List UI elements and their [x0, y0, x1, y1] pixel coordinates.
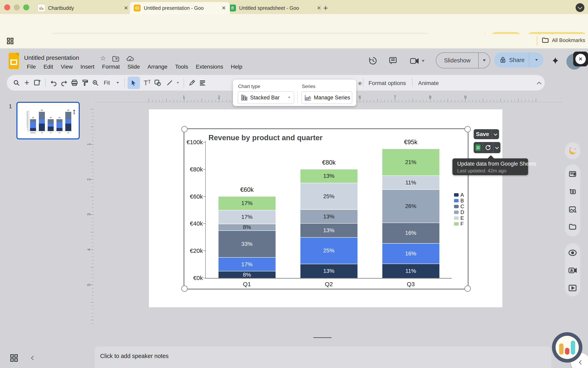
bar-segment-C-Q1: 33%: [219, 231, 276, 258]
manage-series-button[interactable]: Manage Series: [301, 91, 352, 104]
image-search-icon[interactable]: [567, 204, 578, 215]
slideshow-dropdown[interactable]: [479, 59, 490, 62]
undo-icon[interactable]: [48, 79, 59, 86]
bar-segment-B-Q2: 25%: [300, 238, 357, 264]
menu-extensions[interactable]: Extensions: [195, 63, 224, 70]
share-dropdown[interactable]: [529, 59, 544, 61]
zoom-icon[interactable]: [90, 79, 101, 86]
window-close-button[interactable]: [4, 4, 10, 10]
speaker-notes-placeholder: Click to add speaker notes: [100, 353, 169, 359]
tab-spreadsheet[interactable]: Untitled spreadsheet - Goog ✕: [225, 2, 325, 14]
fit-dropdown-icon[interactable]: [116, 82, 119, 83]
version-history-icon[interactable]: [368, 56, 377, 65]
new-slide-button[interactable]: +: [22, 78, 32, 88]
paint-format-icon[interactable]: [80, 79, 90, 86]
save-button[interactable]: Save: [474, 129, 499, 139]
tab-chartbuddy[interactable]: Chartbuddy ✕: [34, 2, 132, 14]
y-axis-label: €100k: [183, 139, 203, 146]
select-tool-active[interactable]: [128, 77, 140, 89]
menu-help[interactable]: Help: [230, 63, 244, 70]
resize-handle-tr[interactable]: [464, 126, 471, 132]
pen-icon[interactable]: [187, 79, 197, 86]
chart-object[interactable]: Revenue by product and quarter€0k€20k€40…: [183, 128, 469, 290]
resize-handle-br[interactable]: [464, 285, 471, 292]
bar-segment-E-Q1: 17%: [219, 210, 276, 224]
line-tool-icon[interactable]: [164, 79, 175, 86]
banana-extension-icon[interactable]: [567, 146, 578, 156]
meet-button[interactable]: [410, 57, 425, 65]
present-icon[interactable]: [567, 283, 578, 293]
resize-handle-bl[interactable]: [181, 285, 188, 292]
chart-type-label: Chart type: [238, 83, 260, 89]
chart-type-select[interactable]: Stacked Bar: [238, 91, 294, 104]
animate-button[interactable]: Animate: [418, 80, 439, 86]
apps-grid-icon[interactable]: [6, 37, 14, 45]
comments-icon[interactable]: [388, 56, 397, 65]
tab-close-icon[interactable]: ✕: [222, 5, 226, 11]
window-zoom-button[interactable]: [23, 4, 29, 10]
chartbuddy-logo[interactable]: [552, 332, 582, 363]
slide-thumbnail[interactable]: 0510152025303540455055606540Options65154…: [16, 102, 80, 139]
notes-resize-handle[interactable]: [313, 337, 332, 338]
record-icon[interactable]: [567, 248, 578, 258]
sheets-dropdown[interactable]: [493, 147, 501, 149]
menu-insert[interactable]: Insert: [79, 63, 96, 70]
window-minimize-button[interactable]: [14, 4, 20, 10]
legend-swatch: [454, 222, 459, 226]
menu-view[interactable]: View: [59, 63, 74, 70]
x-axis-line: [205, 278, 452, 279]
video-camera-icon[interactable]: [567, 265, 578, 276]
gemini-sparkle-icon[interactable]: [551, 56, 559, 65]
thumbnail-chart: 0510152025303540455055606540Options65154…: [18, 103, 79, 138]
tab-presentation[interactable]: Untitled presentation - Goog ✕: [130, 2, 230, 14]
refresh-data-button[interactable]: [483, 144, 493, 151]
avatar-badge[interactable]: ✕: [573, 52, 588, 66]
screenshot-tool-icon[interactable]: [567, 186, 578, 197]
menu-edit[interactable]: Edit: [42, 63, 54, 70]
thumb-y-label: 55: [24, 114, 28, 115]
thumb-bar-segment: [65, 119, 71, 124]
tab-close-icon[interactable]: ✕: [317, 5, 321, 11]
share-button[interactable]: Share: [494, 52, 544, 68]
slideshow-button[interactable]: Slideshow: [436, 52, 490, 68]
save-label: Save: [474, 131, 492, 138]
y-axis-tick: [203, 278, 205, 278]
sheets-icon[interactable]: [474, 144, 483, 151]
text-box-icon[interactable]: TT: [142, 79, 152, 87]
collapse-filmstrip-icon[interactable]: [31, 356, 36, 360]
shape-icon[interactable]: [152, 79, 163, 86]
reading-list-icon[interactable]: [567, 169, 578, 179]
add-slide-sparkle-icon[interactable]: [32, 79, 42, 87]
move-folder-icon[interactable]: [112, 55, 119, 62]
tab-close-icon[interactable]: ✕: [124, 5, 128, 11]
line-dropdown-icon[interactable]: [177, 82, 179, 83]
alignment-icon[interactable]: [197, 79, 208, 86]
menu-tools[interactable]: Tools: [174, 63, 189, 70]
resize-handle-tl[interactable]: [181, 126, 188, 132]
all-bookmarks-button[interactable]: All Bookmarks: [541, 37, 585, 44]
search-menus-icon[interactable]: [11, 79, 22, 86]
save-dropdown[interactable]: [492, 133, 499, 135]
thumb-y-label: 35: [24, 120, 28, 121]
grid-view-icon[interactable]: [10, 354, 19, 362]
document-title[interactable]: Untitled presentation: [24, 55, 79, 61]
format-options-button[interactable]: Format options: [368, 80, 406, 86]
legend-swatch: [454, 216, 459, 220]
new-tab-button[interactable]: +: [323, 4, 328, 13]
folder-panel-icon[interactable]: [567, 221, 578, 232]
star-document-icon[interactable]: ☆: [100, 55, 106, 62]
print-icon[interactable]: [69, 79, 80, 86]
zoom-fit-label[interactable]: Fit: [104, 80, 110, 86]
menu-slide[interactable]: Slide: [126, 63, 141, 70]
redo-icon[interactable]: [59, 79, 69, 86]
slides-logo[interactable]: [8, 52, 19, 70]
tab-divider: [320, 4, 320, 11]
cloud-saved-icon[interactable]: [126, 55, 134, 62]
menu-format[interactable]: Format: [101, 63, 121, 70]
legend-item-A: A: [454, 192, 464, 198]
menu-arrange[interactable]: Arrange: [146, 63, 169, 70]
menu-file[interactable]: File: [26, 63, 37, 70]
speaker-notes-panel[interactable]: Click to add speaker notes: [95, 346, 551, 368]
tab-search-button[interactable]: [576, 3, 584, 12]
ruler-number: 1: [86, 141, 92, 147]
